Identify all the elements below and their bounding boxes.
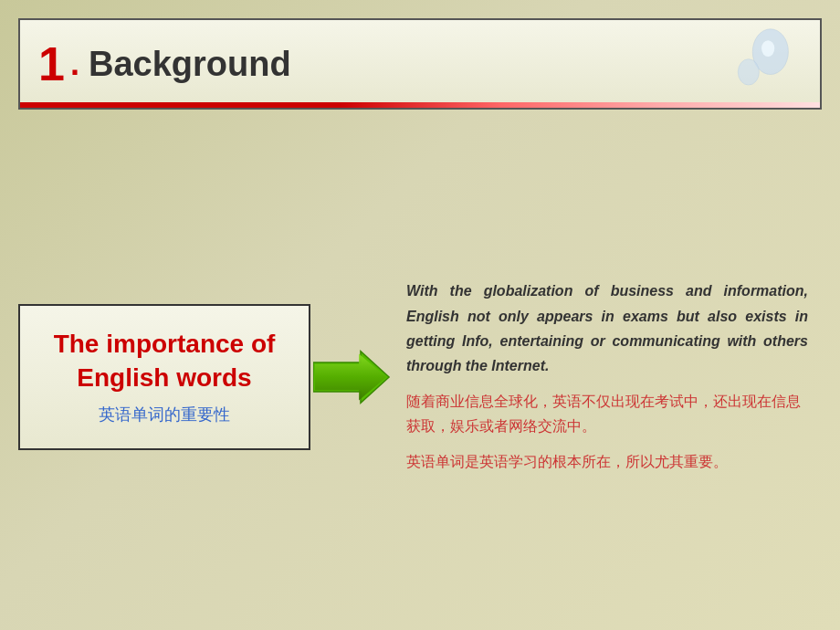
title-box: The importance of English words 英语单词的重要性 [18, 304, 310, 450]
chinese-paragraph-1: 随着商业信息全球化，英语不仅出现在考试中，还出现在信息获取，娱乐或者网络交流中。 [406, 389, 808, 438]
header-period: . [70, 47, 79, 80]
english-paragraph: With the globalization of business and i… [406, 278, 808, 378]
water-drop-icon [724, 27, 793, 100]
title-main-text: The importance of English words [38, 328, 290, 394]
chinese-paragraph-2: 英语单词是英语学习的根本所在，所以尤其重要。 [406, 449, 808, 474]
main-content: The importance of English words 英语单词的重要性 [18, 142, 822, 612]
page-container: 1 . Background The importance of English… [0, 0, 840, 630]
header-number: 1 [38, 40, 65, 88]
header-box: 1 . Background [18, 18, 822, 110]
svg-point-2 [738, 59, 759, 85]
arrow-container [310, 345, 393, 409]
title-chinese-text: 英语单词的重要性 [99, 404, 230, 425]
header-title: Background [89, 45, 291, 84]
right-arrow-icon [313, 345, 391, 409]
svg-marker-4 [314, 353, 385, 400]
svg-point-1 [761, 40, 774, 57]
text-content: With the globalization of business and i… [393, 269, 822, 483]
